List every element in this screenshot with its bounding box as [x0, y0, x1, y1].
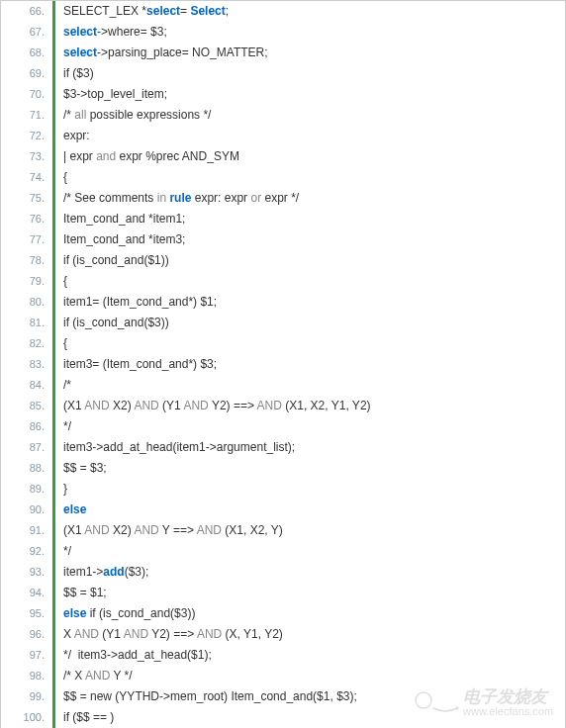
line-number: 98.	[1, 666, 52, 686]
code-line: 71./* all possible expressions */	[1, 105, 565, 126]
code-line: 82.{	[1, 333, 565, 354]
code-content: if (is_cond_and($3))	[55, 313, 169, 333]
line-number: 96.	[1, 624, 52, 645]
code-line: 78.if (is_cond_and($1))	[1, 250, 565, 271]
line-number: 70.	[1, 84, 52, 105]
line-number: 100.	[1, 707, 52, 728]
line-number: 80.	[1, 292, 52, 313]
code-line: 95.else if (is_cond_and($3))	[1, 603, 565, 624]
code-content: if ($3)	[55, 63, 94, 84]
code-content: SELECT_LEX *select= Select;	[55, 1, 229, 22]
code-line: 81.if (is_cond_and($3))	[1, 313, 565, 333]
line-number: 69.	[1, 63, 52, 84]
line-number: 99.	[1, 686, 52, 707]
code-line: 83.item3= (Item_cond_and*) $3;	[1, 354, 565, 375]
line-number: 77.	[1, 229, 52, 250]
code-line: 100.if ($$ == )	[1, 707, 565, 728]
line-number: 94.	[1, 583, 52, 603]
code-content: select->parsing_place= NO_MATTER;	[55, 43, 268, 63]
code-content: Item_cond_and *item1;	[55, 209, 185, 229]
code-content: $$ = $3;	[55, 458, 107, 479]
code-content: $$ = $1;	[55, 583, 107, 603]
line-number: 74.	[1, 167, 52, 188]
code-line: 76.Item_cond_and *item1;	[1, 209, 565, 229]
code-line: 97.*/ item3->add_at_head($1);	[1, 645, 565, 666]
code-content: }	[55, 479, 67, 500]
line-number: 73.	[1, 146, 52, 167]
line-number: 84.	[1, 375, 52, 396]
code-content: /* See comments in rule expr: expr or ex…	[55, 188, 299, 209]
code-line: 85.(X1 AND X2) AND (Y1 AND Y2) ==> AND (…	[1, 396, 565, 416]
code-line: 67.select->where= $3;	[1, 22, 565, 43]
line-number: 75.	[1, 188, 52, 209]
code-line: 77.Item_cond_and *item3;	[1, 229, 565, 250]
code-line: 88.$$ = $3;	[1, 458, 565, 479]
line-number: 79.	[1, 271, 52, 292]
line-number: 67.	[1, 22, 52, 43]
code-content: Item_cond_and *item3;	[55, 229, 185, 250]
code-content: /* all possible expressions */	[55, 105, 211, 126]
line-number: 89.	[1, 479, 52, 500]
code-content: | expr and expr %prec AND_SYM	[55, 146, 239, 167]
line-number: 83.	[1, 354, 52, 375]
line-number: 93.	[1, 562, 52, 583]
code-line: 87.item3->add_at_head(item1->argument_li…	[1, 437, 565, 458]
line-number: 92.	[1, 541, 52, 562]
code-line: 80.item1= (Item_cond_and*) $1;	[1, 292, 565, 313]
code-content: */	[55, 541, 71, 562]
code-content: {	[55, 333, 67, 354]
code-line: 86.*/	[1, 416, 565, 437]
line-number: 68.	[1, 43, 52, 63]
line-number: 66.	[1, 1, 52, 22]
code-line: 94.$$ = $1;	[1, 583, 565, 603]
code-line: 93.item1->add($3);	[1, 562, 565, 583]
code-line: 69.if ($3)	[1, 63, 565, 84]
code-line: 96.X AND (Y1 AND Y2) ==> AND (X, Y1, Y2)	[1, 624, 565, 645]
code-content: /*	[55, 375, 71, 396]
code-content: else if (is_cond_and($3))	[55, 603, 195, 624]
code-content: {	[55, 167, 67, 188]
code-line: 72.expr:	[1, 126, 565, 146]
code-content: X AND (Y1 AND Y2) ==> AND (X, Y1, Y2)	[55, 624, 283, 645]
line-number: 91.	[1, 520, 52, 541]
code-content: (X1 AND X2) AND (Y1 AND Y2) ==> AND (X1,…	[55, 396, 371, 416]
code-block: 66.SELECT_LEX *select= Select;67.select-…	[0, 0, 566, 728]
code-line: 68.select->parsing_place= NO_MATTER;	[1, 43, 565, 63]
code-content: /* X AND Y */	[55, 666, 133, 686]
code-content: if (is_cond_and($1))	[55, 250, 169, 271]
code-line: 92.*/	[1, 541, 565, 562]
line-number: 90.	[1, 500, 52, 520]
line-number: 72.	[1, 126, 52, 146]
code-line: 70.$3->top_level_item;	[1, 84, 565, 105]
code-content: item1->add($3);	[55, 562, 148, 583]
code-content: */	[55, 416, 71, 437]
line-number: 86.	[1, 416, 52, 437]
line-number: 97.	[1, 645, 52, 666]
line-number: 95.	[1, 603, 52, 624]
code-content: item3->add_at_head(item1->argument_list)…	[55, 437, 295, 458]
code-content: select->where= $3;	[55, 22, 167, 43]
code-line: 66.SELECT_LEX *select= Select;	[1, 1, 565, 22]
code-content: expr:	[55, 126, 90, 146]
code-line: 99.$$ = new (YYTHD->mem_root) Item_cond_…	[1, 686, 565, 707]
line-number: 71.	[1, 105, 52, 126]
code-content: */ item3->add_at_head($1);	[55, 645, 212, 666]
code-line: 91.(X1 AND X2) AND Y ==> AND (X1, X2, Y)	[1, 520, 565, 541]
line-number: 76.	[1, 209, 52, 229]
code-content: item3= (Item_cond_and*) $3;	[55, 354, 217, 375]
code-content: if ($$ == )	[55, 707, 114, 728]
code-content: $3->top_level_item;	[55, 84, 167, 105]
code-content: else	[55, 500, 86, 520]
code-line: 74.{	[1, 167, 565, 188]
line-number: 85.	[1, 396, 52, 416]
code-content: item1= (Item_cond_and*) $1;	[55, 292, 217, 313]
code-content: $$ = new (YYTHD->mem_root) Item_cond_and…	[55, 686, 357, 707]
code-content: (X1 AND X2) AND Y ==> AND (X1, X2, Y)	[55, 520, 283, 541]
code-line: 75./* See comments in rule expr: expr or…	[1, 188, 565, 209]
code-line: 73.| expr and expr %prec AND_SYM	[1, 146, 565, 167]
line-number: 81.	[1, 313, 52, 333]
line-number: 87.	[1, 437, 52, 458]
code-line: 89.}	[1, 479, 565, 500]
line-number: 82.	[1, 333, 52, 354]
code-content: {	[55, 271, 67, 292]
